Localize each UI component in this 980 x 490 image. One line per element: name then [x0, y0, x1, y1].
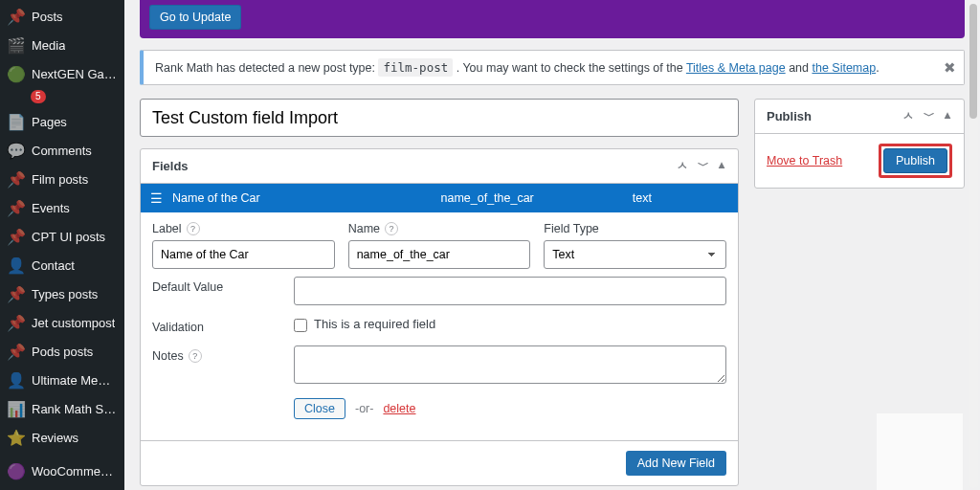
- pin-icon: 📌: [8, 170, 25, 188]
- pin-icon: 📌: [8, 285, 25, 302]
- name-label: Name: [348, 222, 380, 235]
- publish-button[interactable]: Publish: [883, 148, 947, 173]
- publish-panel-title: Publish: [767, 109, 812, 123]
- field-bar-name: name_of_the_car: [440, 191, 632, 205]
- dismiss-notice-button[interactable]: ✖: [944, 59, 956, 77]
- default-value-label: Default Value: [152, 280, 223, 294]
- type-label: Field Type: [544, 222, 598, 235]
- go-to-update-button[interactable]: Go to Update: [149, 5, 241, 30]
- pin-icon: 📌: [8, 8, 25, 25]
- panel-down-icon[interactable]: ﹀: [696, 158, 711, 174]
- label-label: Label: [152, 222, 182, 235]
- chart-icon: 📊: [8, 400, 25, 417]
- sidebar-item-label: Ultimate Member: [32, 373, 117, 388]
- person-icon: 👤: [8, 371, 25, 389]
- publish-panel: Publish ㅅ ﹀ ▴ Move to Trash Publish: [754, 99, 965, 189]
- sidebar-item-label: Media: [32, 38, 65, 53]
- update-badge: 5: [31, 90, 46, 103]
- sidebar-item-label: Contact: [32, 258, 75, 273]
- sidebar-item-media[interactable]: 🎬Media: [0, 31, 124, 59]
- scroll-thumb[interactable]: [969, 4, 977, 119]
- sidebar-item-jet-custompost[interactable]: 📌Jet custompost: [0, 308, 124, 337]
- field-type-select[interactable]: Text: [544, 240, 726, 269]
- sidebar-item-label: WooCommerce: [32, 464, 117, 479]
- pin-icon: 📌: [8, 314, 25, 331]
- sidebar-item-cpt-ui-posts[interactable]: 📌CPT UI posts: [0, 222, 124, 251]
- rankmath-notice: Rank Math has detected a new post type: …: [140, 50, 965, 85]
- content-area: Go to Update Rank Math has detected a ne…: [124, 0, 980, 490]
- field-row-header[interactable]: ☰ Name of the Car name_of_the_car text: [141, 184, 738, 212]
- field-bar-title: Name of the Car: [172, 191, 440, 205]
- close-field-button[interactable]: Close: [294, 398, 345, 419]
- sitemap-link[interactable]: the Sitemap: [812, 61, 876, 75]
- sidebar-item-label: Comments: [32, 144, 92, 158]
- sidebar-item-pods-posts[interactable]: 📌Pods posts: [0, 337, 124, 366]
- sidebar-item-posts[interactable]: 📌Posts: [0, 2, 124, 31]
- sidebar-item-label: NextGEN Gallery: [32, 67, 117, 81]
- sidebar-item-label: Rank Math SEO: [32, 402, 117, 416]
- help-icon[interactable]: ?: [385, 222, 398, 235]
- sidebar-item-film-posts[interactable]: 📌Film posts: [0, 165, 124, 193]
- sidebar-item-contact[interactable]: 👤Contact: [0, 251, 124, 279]
- sidebar-item-comments[interactable]: 💬Comments: [0, 136, 124, 165]
- move-to-trash-link[interactable]: Move to Trash: [767, 154, 842, 167]
- gallery-icon: 🟢: [8, 65, 25, 82]
- help-icon[interactable]: ?: [189, 349, 202, 363]
- delete-field-link[interactable]: delete: [383, 402, 415, 415]
- sidebar-item-label: Pages: [32, 115, 67, 129]
- sidebar-item-label: Pods posts: [32, 345, 93, 359]
- panel-up-icon[interactable]: ㅅ: [901, 108, 916, 124]
- fields-panel-header: Fields ㅅ ﹀ ▴: [141, 149, 738, 184]
- titles-meta-link[interactable]: Titles & Meta page: [686, 61, 786, 75]
- pin-icon: 📌: [8, 228, 25, 245]
- sidebar-item-types-posts[interactable]: 📌Types posts: [0, 279, 124, 308]
- update-banner: Go to Update: [140, 0, 965, 38]
- notice-code: film-post: [378, 58, 453, 77]
- sidebar-item-rank-math-seo[interactable]: 📊Rank Math SEO: [0, 394, 124, 423]
- page-icon: 📄: [8, 113, 25, 130]
- admin-sidebar: 📌Posts🎬Media🟢NextGEN Gallery5📄Pages💬Comm…: [0, 0, 124, 490]
- panel-down-icon[interactable]: ﹀: [922, 108, 937, 124]
- sidebar-item-woocommerce[interactable]: 🟣WooCommerce: [0, 457, 124, 485]
- star-icon: ⭐: [8, 429, 25, 446]
- sidebar-item-label: Reviews: [32, 431, 78, 445]
- help-icon[interactable]: ?: [187, 222, 200, 235]
- required-field-label[interactable]: This is a required field: [294, 317, 435, 331]
- scrollbar[interactable]: [969, 2, 978, 488]
- notes-label: Notes: [152, 349, 184, 363]
- add-new-field-button[interactable]: Add New Field: [626, 451, 726, 476]
- pin-icon: 📌: [8, 199, 25, 216]
- sidebar-item-nextgen-gallery[interactable]: 🟢NextGEN Gallery: [0, 59, 124, 88]
- media-icon: 🎬: [8, 36, 25, 54]
- sidebar-item-label: Events: [32, 201, 70, 215]
- or-separator: -or-: [355, 402, 373, 415]
- notice-text: Rank Math has detected a new post type: …: [155, 61, 880, 75]
- default-value-input[interactable]: [294, 277, 726, 305]
- fields-panel: Fields ㅅ ﹀ ▴ ☰ Name of the Car name_of_t…: [140, 148, 739, 486]
- fields-panel-title: Fields: [152, 159, 189, 173]
- post-title-input[interactable]: [140, 99, 739, 137]
- notes-textarea[interactable]: [294, 345, 726, 384]
- required-checkbox[interactable]: [294, 319, 307, 332]
- panel-up-icon[interactable]: ㅅ: [675, 158, 690, 174]
- sidebar-item-label: Jet custompost: [32, 316, 115, 330]
- panel-toggle-icon[interactable]: ▴: [943, 108, 952, 124]
- sidebar-item-ultimate-member[interactable]: 👤Ultimate Member: [0, 366, 124, 394]
- woo-icon: 🟣: [8, 462, 25, 479]
- sidebar-item-label: Posts: [32, 10, 63, 24]
- field-name-input[interactable]: [348, 240, 531, 269]
- sidebar-item-reviews[interactable]: ⭐Reviews: [0, 423, 124, 452]
- validation-label: Validation: [152, 321, 204, 334]
- field-bar-type: text: [633, 191, 728, 205]
- panel-toggle-icon[interactable]: ▴: [717, 158, 726, 174]
- drag-handle-icon[interactable]: ☰: [150, 190, 163, 206]
- publish-highlight: Publish: [879, 144, 952, 178]
- field-label-input[interactable]: [152, 240, 335, 269]
- sidebar-item-label: Types posts: [32, 287, 98, 301]
- decorative-box: [877, 413, 963, 490]
- sidebar-item-label: CPT UI posts: [32, 230, 105, 244]
- sidebar-item-pages[interactable]: 📄Pages: [0, 107, 124, 136]
- comment-icon: 💬: [8, 142, 25, 159]
- sidebar-item-products[interactable]: 🔖Products: [0, 485, 124, 490]
- sidebar-item-events[interactable]: 📌Events: [0, 193, 124, 222]
